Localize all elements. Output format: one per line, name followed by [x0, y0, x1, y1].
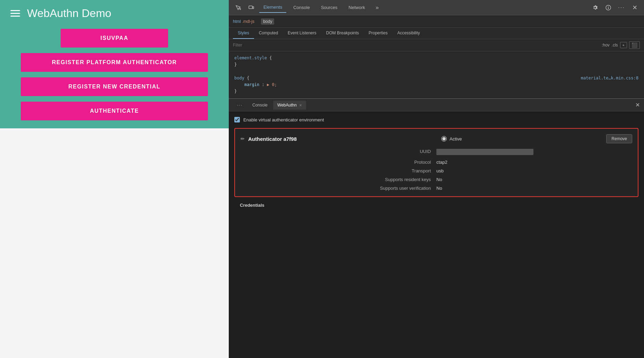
resident-keys-value: No — [436, 177, 632, 182]
body-element[interactable]: body — [261, 18, 274, 25]
resident-keys-label: Supports resident keys — [241, 177, 436, 182]
filter-input[interactable] — [233, 43, 599, 48]
webauthn-tab-close[interactable]: ✕ — [299, 103, 302, 107]
webauthn-content: Enable virtual authenticator environment… — [229, 111, 644, 216]
toggle-sidebar-button[interactable]: ⬛ — [629, 41, 640, 49]
feedback-icon[interactable] — [603, 2, 613, 13]
credentials-label: Credentials — [240, 203, 264, 208]
enable-vae-label: Enable virtual authenticator environment — [243, 117, 324, 122]
bottom-panel: ··· Console WebAuthn ✕ ✕ Enable virtual … — [229, 99, 644, 358]
elements-breadcrumb: html .mdl-js body — [229, 15, 644, 28]
auth-active-section: Active — [441, 136, 462, 142]
auth-card-header: ✏ Authenticator a7f98 Active Remove — [241, 134, 632, 143]
cls-button[interactable]: .cls — [612, 43, 618, 48]
css-block-element-style: element.style { } — [234, 55, 638, 68]
styles-tabs: Styles Computed Event Listeners DOM Brea… — [229, 28, 644, 39]
uuid-value — [436, 149, 632, 156]
css-body-selector: body — [234, 76, 244, 80]
tab-event-listeners[interactable]: Event Listeners — [283, 28, 321, 39]
filter-actions: :hov .cls + ⬛ — [602, 41, 640, 49]
more-tabs-icon[interactable]: » — [372, 2, 382, 13]
tab-sources[interactable]: Sources — [317, 2, 342, 13]
dots-icon: ··· — [237, 103, 243, 108]
close-bottom-panel-button[interactable]: ✕ — [635, 102, 640, 108]
close-devtools-icon[interactable]: ✕ — [629, 2, 640, 13]
app-content — [0, 128, 229, 358]
css-source-link[interactable]: material.te…k.min.css:8 — [581, 75, 638, 82]
devtools-panel: Elements Console Sources Network » ··· — [229, 0, 644, 358]
credentials-section: Credentials — [234, 203, 638, 211]
protocol-value: ctap2 — [436, 160, 632, 165]
css-margin-value: ▶ 0; — [267, 82, 277, 87]
html-class: .mdl-js — [242, 19, 254, 24]
more-options-icon[interactable]: ··· — [616, 2, 627, 13]
tab-console[interactable]: Console — [289, 2, 314, 13]
devtools-topbar: Elements Console Sources Network » ··· — [229, 0, 644, 15]
css-margin-property: margin — [244, 82, 259, 87]
menu-line — [10, 13, 20, 14]
tab-elements[interactable]: Elements — [259, 2, 286, 13]
protocol-label: Protocol — [241, 160, 436, 165]
remove-authenticator-button[interactable]: Remove — [606, 134, 632, 143]
tab-computed[interactable]: Computed — [254, 28, 283, 39]
tab-webauthn[interactable]: WebAuthn ✕ — [273, 101, 306, 110]
svg-rect-4 — [608, 7, 609, 9]
active-radio[interactable] — [441, 136, 447, 142]
css-selector: element.style — [234, 56, 267, 60]
menu-icon[interactable] — [10, 10, 20, 17]
settings-icon[interactable] — [590, 2, 600, 13]
svg-rect-0 — [249, 6, 252, 9]
buttons-area: ISUVPAA REGISTER PLATFORM AUTHENTICATOR … — [10, 29, 218, 120]
isuvpaa-button[interactable]: ISUVPAA — [61, 29, 168, 48]
enable-vae-row: Enable virtual authenticator environment — [234, 117, 638, 122]
filter-bar: :hov .cls + ⬛ — [229, 39, 644, 51]
dots-menu[interactable]: ··· — [233, 101, 247, 110]
tab-styles[interactable]: Styles — [233, 28, 254, 39]
register-platform-button[interactable]: REGISTER PLATFORM AUTHENTICATOR — [21, 53, 208, 72]
css-block-body: body { material.te…k.min.css:8 margin : … — [234, 75, 638, 95]
app-header: WebAuthn Demo ISUVPAA REGISTER PLATFORM … — [0, 0, 229, 128]
device-toolbar-icon[interactable] — [246, 2, 256, 13]
app-panel: WebAuthn Demo ISUVPAA REGISTER PLATFORM … — [0, 0, 229, 358]
header-top: WebAuthn Demo — [10, 7, 218, 20]
app-title: WebAuthn Demo — [27, 7, 111, 20]
tab-console-bottom[interactable]: Console — [248, 101, 272, 110]
authenticator-card: ✏ Authenticator a7f98 Active Remove UUID — [234, 128, 638, 197]
user-verification-value: No — [436, 186, 632, 191]
menu-line — [10, 16, 20, 17]
enable-vae-checkbox[interactable] — [234, 117, 240, 122]
transport-value: usb — [436, 168, 632, 173]
hov-button[interactable]: :hov — [602, 43, 610, 48]
tab-dom-breakpoints[interactable]: DOM Breakpoints — [321, 28, 364, 39]
uuid-value-bar — [436, 149, 533, 155]
html-tag[interactable]: html — [233, 19, 241, 24]
add-style-rule-button[interactable]: + — [620, 42, 627, 48]
svg-point-3 — [608, 6, 609, 7]
auth-details: UUID Protocol ctap2 Transport usb Suppor… — [241, 149, 632, 191]
register-new-button[interactable]: REGISTER NEW CREDENTIAL — [21, 77, 208, 96]
tab-properties[interactable]: Properties — [364, 28, 392, 39]
user-verification-label: Supports user verification — [241, 186, 436, 191]
tab-accessibility[interactable]: Accessibility — [392, 28, 425, 39]
uuid-label: UUID — [241, 149, 436, 156]
svg-rect-1 — [253, 7, 254, 9]
active-label: Active — [450, 136, 462, 142]
authenticate-button[interactable]: AUTHENTICATE — [21, 102, 208, 120]
tab-network[interactable]: Network — [345, 2, 369, 13]
edit-authenticator-icon[interactable]: ✏ — [241, 136, 245, 142]
css-code-area: element.style { } body { material.te…k.m… — [229, 51, 644, 99]
bottom-tabs-bar: ··· Console WebAuthn ✕ ✕ — [229, 99, 644, 111]
auth-name-section: ✏ Authenticator a7f98 — [241, 136, 297, 142]
menu-line — [10, 10, 20, 11]
transport-label: Transport — [241, 168, 436, 173]
authenticator-name: Authenticator a7f98 — [248, 136, 297, 142]
inspect-element-icon[interactable] — [233, 2, 243, 13]
